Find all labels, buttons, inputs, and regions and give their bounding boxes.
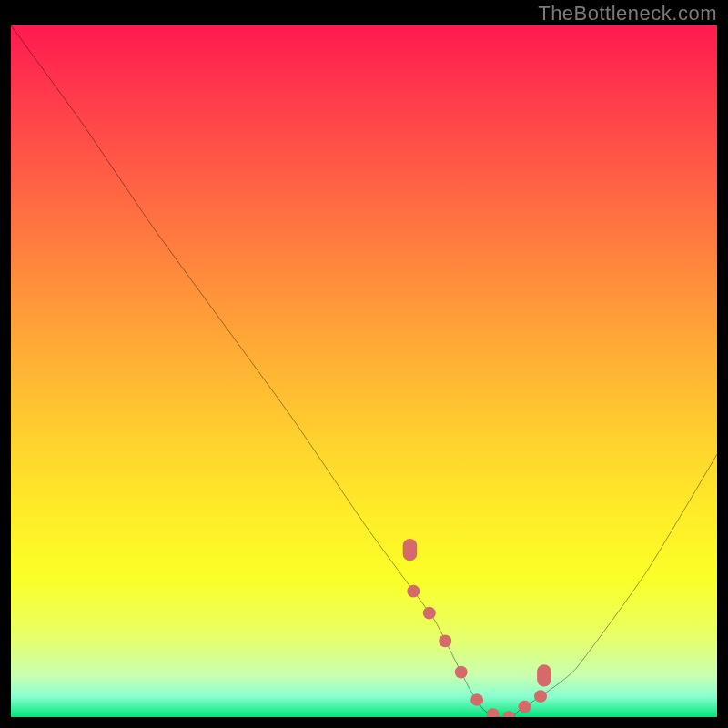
- watermark-text: TheBottleneck.com: [538, 2, 717, 25]
- svg-rect-8: [534, 690, 547, 703]
- svg-rect-0: [407, 585, 420, 598]
- svg-rect-4: [470, 693, 483, 706]
- bottleneck-zone-accent: [403, 539, 551, 717]
- svg-rect-2: [439, 635, 451, 648]
- svg-rect-7: [519, 701, 531, 713]
- svg-rect-5: [487, 708, 500, 717]
- chart-svg: [11, 25, 717, 717]
- bottleneck-curve-line: [11, 25, 717, 717]
- chart-plot-area: [11, 25, 717, 717]
- svg-rect-9: [403, 539, 418, 561]
- svg-rect-6: [502, 711, 515, 717]
- svg-rect-1: [423, 607, 436, 620]
- svg-rect-10: [537, 664, 551, 686]
- svg-rect-3: [455, 666, 468, 679]
